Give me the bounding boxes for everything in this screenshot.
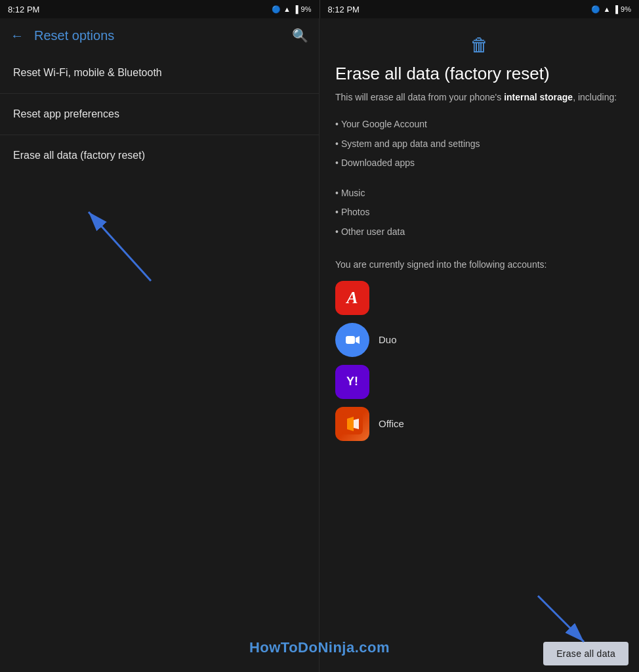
right-panel: 🗑 Erase all data (factory reset) This wi… [320, 18, 639, 672]
bluetooth-icon-r: 🔵 [591, 5, 600, 14]
signal-icon: ▐ [293, 5, 299, 13]
trash-icon: 🗑 [470, 34, 489, 56]
menu-item-wifi[interactable]: Reset Wi-Fi, mobile & Bluetooth [0, 52, 319, 94]
secondary-bullets: Music Photos Other user data [335, 184, 623, 242]
menu-item-app-prefs[interactable]: Reset app preferences [0, 94, 319, 135]
duo-label: Duo [379, 334, 397, 345]
erase-title: Erase all data (factory reset) [335, 64, 623, 84]
account-adobe: A [335, 281, 623, 315]
search-button[interactable]: 🔍 [292, 28, 308, 43]
status-icons-right: 🔵 ▲ ▐ 9% [591, 5, 631, 14]
main-bullets: Your Google Account System and app data … [335, 115, 623, 173]
wifi-icon-r: ▲ [603, 5, 610, 13]
bullet-system: System and app data and settings [335, 135, 623, 154]
bullet-google: Your Google Account [335, 115, 623, 135]
trash-icon-container: 🗑 [335, 34, 623, 56]
erase-all-data-button[interactable]: Erase all data [543, 642, 629, 665]
account-duo: Duo [335, 323, 623, 357]
erase-description: This will erase all data from your phone… [335, 91, 623, 104]
status-bar: 8:12 PM 🔵 ▲ ▐ 9% 8:12 PM 🔵 ▲ ▐ 9% [0, 0, 639, 18]
wifi-icon: ▲ [283, 5, 291, 13]
adobe-icon: A [335, 281, 369, 315]
status-icons-left: 🔵 ▲ ▐ 9% [272, 5, 312, 14]
svg-rect-1 [346, 336, 355, 344]
account-office: Office [335, 407, 623, 441]
page-title: Reset options [34, 28, 281, 43]
accounts-text: You are currently signed into the follow… [335, 258, 623, 272]
time-left: 8:12 PM [8, 5, 39, 14]
office-icon [335, 407, 369, 441]
menu-item-factory-reset[interactable]: Erase all data (factory reset) [0, 135, 319, 176]
battery-left: 9% [301, 5, 312, 13]
account-yahoo: Y! [335, 365, 623, 399]
office-label: Office [379, 418, 404, 429]
duo-icon [335, 323, 369, 357]
watermark: HowToDoNinja.com [249, 639, 390, 656]
time-right: 8:12 PM [328, 5, 360, 14]
back-button[interactable]: ← [10, 28, 24, 43]
yahoo-icon: Y! [335, 365, 369, 399]
main-content: ← Reset options 🔍 Reset Wi-Fi, mobile & … [0, 18, 639, 672]
signal-icon-r: ▐ [613, 5, 618, 13]
bullet-photos: Photos [335, 203, 623, 222]
battery-right: 9% [621, 5, 631, 13]
status-bar-right: 8:12 PM 🔵 ▲ ▐ 9% [320, 0, 640, 18]
bullet-userdata: Other user data [335, 222, 623, 242]
left-panel: ← Reset options 🔍 Reset Wi-Fi, mobile & … [0, 18, 320, 672]
bullet-music: Music [335, 184, 623, 203]
bullet-apps: Downloaded apps [335, 154, 623, 173]
bluetooth-icon: 🔵 [272, 5, 281, 14]
top-bar: ← Reset options 🔍 [0, 18, 319, 52]
status-bar-left: 8:12 PM 🔵 ▲ ▐ 9% [0, 0, 320, 18]
